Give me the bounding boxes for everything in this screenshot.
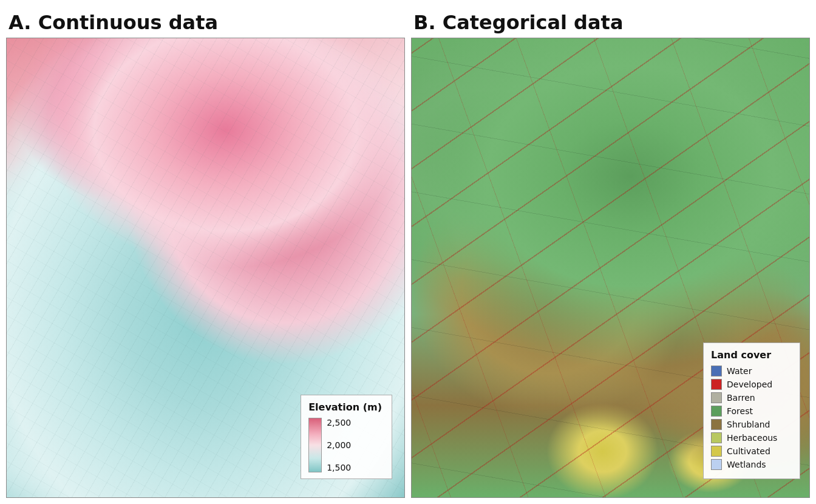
legend-label: Barren <box>727 393 755 403</box>
legend-label: Shrubland <box>727 420 770 429</box>
right-panel-title: B. Categorical data <box>411 6 810 38</box>
landcover-legend: Land cover WaterDevelopedBarrenForestShr… <box>703 342 800 479</box>
legend-swatch <box>711 406 722 417</box>
elevation-legend-body: 2,500 2,000 1,500 <box>308 418 382 472</box>
elevation-legend-title: Elevation (m) <box>308 401 382 413</box>
legend-swatch <box>711 379 722 390</box>
legend-item: Barren <box>711 392 790 403</box>
left-panel-title: A. Continuous data <box>6 6 405 38</box>
elevation-legend-labels: 2,500 2,000 1,500 <box>327 418 351 472</box>
legend-swatch <box>711 366 722 376</box>
legend-swatch <box>711 392 722 403</box>
legend-label: Wetlands <box>727 460 766 469</box>
left-panel: A. Continuous data Elevation (m) 2,500 2… <box>6 6 405 498</box>
legend-item: Wetlands <box>711 459 790 470</box>
legend-swatch <box>711 419 722 430</box>
elevation-label-bot: 1,500 <box>327 463 351 472</box>
legend-label: Forest <box>727 406 753 416</box>
elevation-label-top: 2,500 <box>327 418 351 427</box>
legend-label: Developed <box>727 380 772 389</box>
legend-swatch <box>711 446 722 457</box>
landcover-legend-title: Land cover <box>711 349 790 361</box>
landcover-map-frame: Land cover WaterDevelopedBarrenForestShr… <box>411 38 810 498</box>
elevation-label-mid: 2,000 <box>327 440 351 450</box>
elevation-legend: Elevation (m) 2,500 2,000 1,500 <box>301 395 392 479</box>
legend-item: Cultivated <box>711 446 790 457</box>
legend-swatch <box>711 432 722 443</box>
elevation-map-frame: Elevation (m) 2,500 2,000 1,500 <box>6 38 405 498</box>
legend-items-container: WaterDevelopedBarrenForestShrublandHerba… <box>711 366 790 470</box>
legend-label: Herbaceous <box>727 433 777 443</box>
legend-item: Shrubland <box>711 419 790 430</box>
legend-item: Herbaceous <box>711 432 790 443</box>
elevation-gradient-bar <box>308 418 322 472</box>
legend-swatch <box>711 459 722 470</box>
legend-item: Water <box>711 366 790 376</box>
legend-label: Water <box>727 366 752 376</box>
legend-item: Forest <box>711 406 790 417</box>
main-container: A. Continuous data Elevation (m) 2,500 2… <box>0 0 816 504</box>
legend-label: Cultivated <box>727 446 770 456</box>
legend-item: Developed <box>711 379 790 390</box>
right-panel: B. Categorical data Land cover WaterDeve… <box>411 6 810 498</box>
